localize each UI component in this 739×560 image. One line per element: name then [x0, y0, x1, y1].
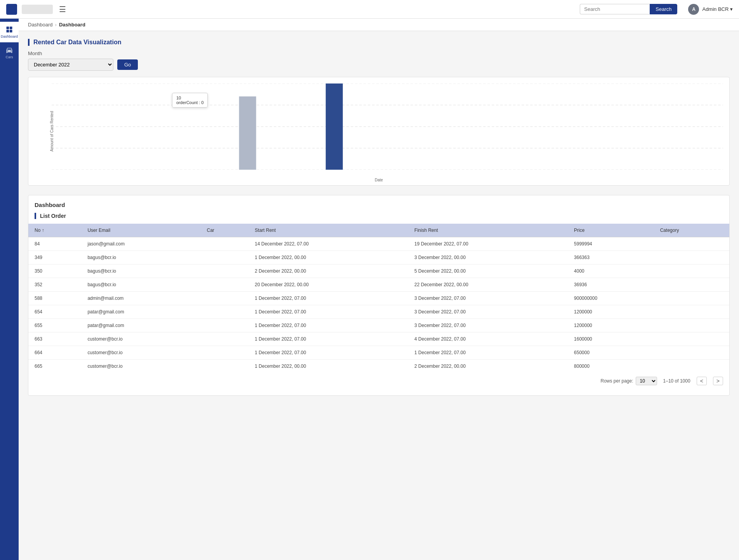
col-finish-rent[interactable]: Finish Rent	[408, 224, 568, 237]
search-input[interactable]	[580, 4, 650, 14]
y-axis-label: Amount of Cars Rented	[50, 111, 54, 152]
cell-start_rent: 2 December 2022, 00.00	[249, 264, 408, 278]
cell-car	[200, 360, 249, 373]
table-row: 663customer@bcr.io1 December 2022, 07.00…	[28, 332, 729, 346]
pagination-next-button[interactable]: >	[713, 377, 723, 385]
username-label: Admin BCR ▾	[702, 6, 733, 12]
cell-email: bagus@bcr.io	[81, 278, 200, 292]
svg-rect-15	[326, 83, 343, 170]
svg-rect-14	[239, 96, 256, 170]
cell-start_rent: 14 December 2022, 07.00	[249, 237, 408, 251]
list-order-title: List Order	[35, 213, 723, 219]
go-button[interactable]: Go	[117, 59, 138, 70]
dashboard-section: Dashboard List Order No ↑ User Email Car…	[28, 195, 730, 396]
chart-svg: 1 0.75 0.50 0.25 0 01 02 03 04 05 06 07 …	[52, 83, 723, 170]
cell-category	[654, 278, 729, 292]
cell-email: customer@bcr.io	[81, 360, 200, 373]
month-select[interactable]: December 2022	[28, 59, 113, 71]
cell-finish_rent: 2 December 2022, 00.00	[408, 360, 568, 373]
cell-category	[654, 346, 729, 360]
avatar: A	[688, 4, 699, 15]
cell-email: patar@gmail.com	[81, 305, 200, 319]
cell-finish_rent: 4 December 2022, 07.00	[408, 332, 568, 346]
cell-category	[654, 264, 729, 278]
cell-car	[200, 251, 249, 264]
x-axis-label: Date	[375, 178, 383, 182]
cell-no: 654	[28, 305, 81, 319]
cell-price: 1200000	[568, 319, 654, 332]
table-body: 84jason@gmail.com14 December 2022, 07.00…	[28, 237, 729, 373]
cell-price: 36936	[568, 278, 654, 292]
cell-finish_rent: 3 December 2022, 07.00	[408, 305, 568, 319]
search-wrapper: Search	[580, 4, 677, 14]
dashboard-section-title: Dashboard	[28, 202, 729, 213]
cell-email: admin@mail.com	[81, 292, 200, 305]
pagination-prev-button[interactable]: <	[697, 377, 707, 385]
col-start-rent[interactable]: Start Rent	[249, 224, 408, 237]
cell-car	[200, 319, 249, 332]
user-menu[interactable]: A Admin BCR ▾	[688, 4, 733, 15]
col-price[interactable]: Price	[568, 224, 654, 237]
cell-email: jason@gmail.com	[81, 237, 200, 251]
content-area: Rented Car Data Visualization Month Dece…	[19, 31, 739, 403]
main-content: Dashboard › Dashboard Rented Car Data Vi…	[19, 19, 739, 560]
table-row: 349bagus@bcr.io1 December 2022, 00.003 D…	[28, 251, 729, 264]
cell-finish_rent: 1 December 2022, 07.00	[408, 346, 568, 360]
cell-car	[200, 305, 249, 319]
rows-per-page-select[interactable]: 10 25 50 100	[636, 377, 657, 385]
cell-finish_rent: 3 December 2022, 00.00	[408, 251, 568, 264]
col-car[interactable]: Car	[200, 224, 249, 237]
cell-start_rent: 1 December 2022, 07.00	[249, 292, 408, 305]
cell-price: 4000	[568, 264, 654, 278]
table-row: 588admin@mail.com1 December 2022, 07.003…	[28, 292, 729, 305]
brand-placeholder	[22, 5, 53, 14]
cell-start_rent: 1 December 2022, 07.00	[249, 319, 408, 332]
col-category[interactable]: Category	[654, 224, 729, 237]
table-header-row: No ↑ User Email Car Start Rent Finish Re…	[28, 224, 729, 237]
cell-car	[200, 264, 249, 278]
cell-start_rent: 1 December 2022, 07.00	[249, 346, 408, 360]
table-row: 664customer@bcr.io1 December 2022, 07.00…	[28, 346, 729, 360]
cell-category	[654, 332, 729, 346]
table-row: 350bagus@bcr.io2 December 2022, 00.005 D…	[28, 264, 729, 278]
rows-per-page-label: Rows per page:	[601, 378, 633, 384]
cell-price: 1600000	[568, 332, 654, 346]
cell-category	[654, 292, 729, 305]
car-icon	[5, 46, 13, 54]
cell-no: 350	[28, 264, 81, 278]
sidebar-cars-label: Cars	[5, 55, 13, 59]
orders-table: No ↑ User Email Car Start Rent Finish Re…	[28, 224, 729, 373]
month-selector-row: December 2022 Go	[28, 59, 730, 71]
cell-car	[200, 346, 249, 360]
cell-start_rent: 1 December 2022, 07.00	[249, 332, 408, 346]
menu-icon[interactable]: ☰	[59, 5, 66, 14]
cell-finish_rent: 3 December 2022, 07.00	[408, 292, 568, 305]
col-no[interactable]: No ↑	[28, 224, 81, 237]
cell-email: patar@gmail.com	[81, 319, 200, 332]
sort-icon: ↑	[42, 228, 44, 233]
cell-price: 366363	[568, 251, 654, 264]
cell-no: 349	[28, 251, 81, 264]
cell-no: 588	[28, 292, 81, 305]
sidebar: Dashboard Cars	[0, 19, 19, 560]
svg-rect-0	[7, 27, 9, 30]
table-row: 655patar@gmail.com1 December 2022, 07.00…	[28, 319, 729, 332]
cell-category	[654, 237, 729, 251]
cell-category	[654, 305, 729, 319]
cell-start_rent: 1 December 2022, 00.00	[249, 360, 408, 373]
cell-finish_rent: 19 December 2022, 07.00	[408, 237, 568, 251]
cell-finish_rent: 22 December 2022, 00.00	[408, 278, 568, 292]
sidebar-item-dashboard[interactable]: Dashboard	[0, 22, 19, 42]
chart-container: Amount of Cars Rented Date 10 orderCount…	[28, 77, 730, 186]
sidebar-item-cars[interactable]: Cars	[0, 42, 19, 63]
cell-email: bagus@bcr.io	[81, 264, 200, 278]
table-footer: Rows per page: 10 25 50 100 1–10 of 1000…	[28, 373, 729, 389]
cell-no: 663	[28, 332, 81, 346]
col-email[interactable]: User Email	[81, 224, 200, 237]
breadcrumb: Dashboard › Dashboard	[19, 19, 739, 31]
search-button[interactable]: Search	[650, 4, 677, 14]
table-row: 654patar@gmail.com1 December 2022, 07.00…	[28, 305, 729, 319]
cell-price: 5999994	[568, 237, 654, 251]
cell-no: 352	[28, 278, 81, 292]
cell-no: 664	[28, 346, 81, 360]
